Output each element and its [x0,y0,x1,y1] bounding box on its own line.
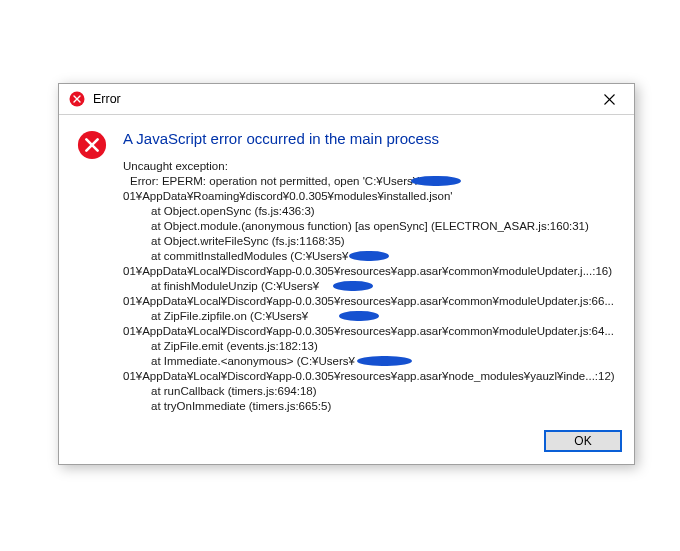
stacktrace-line: Error: EPERM: operation not permitted, o… [123,174,616,189]
ok-button[interactable]: OK [544,430,622,452]
stacktrace-line: 01¥AppData¥Local¥Discord¥app-0.0.305¥res… [123,369,616,384]
stacktrace-line: 01¥AppData¥Roaming¥discord¥0.0.305¥modul… [123,189,616,204]
stacktrace-line: at Object.openSync (fs.js:436:3) [123,204,616,219]
stacktrace-line: at runCallback (timers.js:694:18) [123,384,616,399]
error-message: Uncaught exception:Error: EPERM: operati… [123,159,616,414]
stacktrace-line: 01¥AppData¥Local¥Discord¥app-0.0.305¥res… [123,294,616,309]
redaction-smudge [333,281,373,291]
redaction-smudge [349,251,389,261]
titlebar[interactable]: Error [59,84,634,115]
stacktrace-line: at ZipFile.emit (events.js:182:13) [123,339,616,354]
close-icon [604,94,615,105]
error-heading: A JavaScript error occurred in the main … [123,130,616,159]
stacktrace-line: 01¥AppData¥Local¥Discord¥app-0.0.305¥res… [123,324,616,339]
dialog-body: A JavaScript error occurred in the main … [123,130,616,414]
close-button[interactable] [592,87,626,111]
error-icon [77,130,111,414]
window-title: Error [93,92,121,106]
error-dialog: Error A JavaScript error occurred in the… [58,83,635,465]
dialog-content: A JavaScript error occurred in the main … [59,115,634,424]
error-icon [69,91,85,107]
button-bar: OK [59,424,634,464]
stacktrace-line: Uncaught exception: [123,159,616,174]
redaction-smudge [357,356,412,366]
stacktrace-line: at Object.writeFileSync (fs.js:1168:35) [123,234,616,249]
stacktrace-line: 01¥AppData¥Local¥Discord¥app-0.0.305¥res… [123,264,616,279]
stacktrace-line: at Object.module.(anonymous function) [a… [123,219,616,234]
stacktrace-line: at tryOnImmediate (timers.js:665:5) [123,399,616,414]
redaction-smudge [339,311,379,321]
redaction-smudge [411,176,461,186]
